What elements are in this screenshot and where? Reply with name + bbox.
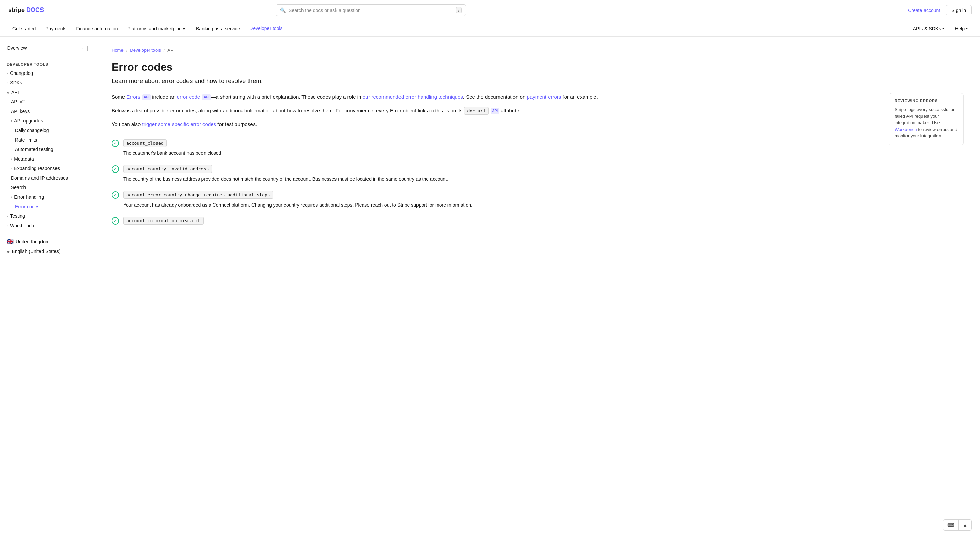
sidebar-country-label: United Kingdom (16, 239, 50, 244)
error-code-badge-account-error-country: account_error_country_change_requires_ad… (123, 191, 273, 199)
sidebar-item-testing[interactable]: › Testing (0, 211, 95, 221)
sidebar-item-api-upgrades[interactable]: › API upgrades (0, 116, 95, 126)
content-main: Some Errors API include an error code AP… (111, 93, 878, 233)
sidebar-overview: Overview ←| (0, 42, 95, 54)
scroll-up-button[interactable]: ▲ (959, 520, 972, 531)
create-account-link[interactable]: Create account (908, 8, 940, 13)
breadcrumb-sep-2: / (164, 48, 165, 53)
sidebar-item-api-label: API (11, 89, 19, 95)
sidebar-item-api-v2[interactable]: API v2 (0, 97, 95, 107)
sidebar-item-metadata-label: Metadata (14, 156, 34, 162)
sidebar-item-api[interactable]: ∨ API (0, 87, 95, 97)
content-area: Some Errors API include an error code AP… (111, 93, 964, 233)
page-subtitle: Learn more about error codes and how to … (111, 78, 964, 85)
logo[interactable]: stripe DOCS (8, 6, 44, 14)
help-dropdown[interactable]: Help ▾ (951, 23, 972, 34)
sidebar-item-automated-testing[interactable]: Automated testing (0, 145, 95, 154)
breadcrumb-current: API (167, 48, 175, 53)
sidebar: Overview ←| DEVELOPER TOOLS › Changelog … (0, 37, 95, 539)
sidebar-item-testing-label: Testing (10, 213, 25, 219)
testing-chevron-icon: › (7, 215, 8, 218)
sidebar-item-sdks-label: SDKs (10, 80, 22, 86)
sidebar-item-metadata[interactable]: › Metadata (0, 154, 95, 164)
sidebar-item-api-keys-label: API keys (11, 108, 30, 114)
sidebar-item-search[interactable]: Search (0, 183, 95, 192)
sidebar-item-api-v2-label: API v2 (11, 99, 25, 105)
nav-item-finance-automation[interactable]: Finance automation (72, 23, 122, 34)
breadcrumb-sep-1: / (126, 48, 127, 53)
nav-item-get-started[interactable]: Get started (8, 23, 40, 34)
handling-techniques-link[interactable]: our recommended error handling technique… (363, 94, 463, 100)
main-content: Home / Developer tools / API Error codes… (95, 37, 980, 539)
doc-url-api-badge: API (491, 108, 499, 114)
sidebar-item-search-label: Search (11, 185, 26, 190)
intro-paragraph-3: You can also trigger some specific error… (111, 120, 878, 128)
error-code-badge-account-info-mismatch: account_information_mismatch (123, 217, 204, 224)
sidebar-collapse-button[interactable]: ←| (81, 45, 88, 51)
sidebar-item-api-upgrades-label: API upgrades (14, 118, 43, 124)
apis-sdks-label: APIs & SDKs (913, 26, 941, 31)
expanding-responses-chevron-icon: › (11, 167, 12, 170)
error-code-link[interactable]: error code API (177, 94, 211, 100)
nav-item-payments[interactable]: Payments (41, 23, 70, 34)
sign-in-button[interactable]: Sign in (946, 5, 972, 15)
intro-paragraph-1: Some Errors API include an error code AP… (111, 93, 878, 101)
workbench-chevron-icon: › (7, 224, 8, 227)
sidebar-item-sdks[interactable]: › SDKs (0, 78, 95, 87)
error-description-account-closed: The customer's bank account has been clo… (111, 150, 878, 157)
sidebar-item-rate-limits[interactable]: Rate limits (0, 135, 95, 145)
sidebar-item-changelog-label: Changelog (10, 70, 33, 76)
sidebar-overview-label[interactable]: Overview (7, 45, 27, 51)
sidebar-item-domains-ip[interactable]: Domains and IP addresses (0, 173, 95, 183)
sidebar-item-api-keys[interactable]: API keys (0, 107, 95, 116)
error-list: ✓ account_closed The customer's bank acc… (111, 139, 878, 224)
nav-item-developer-tools[interactable]: Developer tools (245, 23, 286, 34)
sidebar-item-error-codes-label: Error codes (15, 204, 40, 209)
help-chevron-icon: ▾ (966, 27, 968, 30)
search-bar[interactable]: 🔍 Search the docs or ask a question / (275, 5, 466, 16)
changelog-chevron-icon: › (7, 72, 8, 75)
sidebar-section-title: DEVELOPER TOOLS (0, 60, 95, 68)
intro-paragraph-2: Below is a list of possible error codes,… (111, 107, 878, 114)
sidebar-item-workbench[interactable]: › Workbench (0, 221, 95, 231)
sidebar-item-error-codes[interactable]: Error codes (0, 202, 95, 211)
metadata-chevron-icon: › (11, 157, 12, 161)
search-shortcut-badge: / (456, 7, 462, 13)
check-icon-account-info-mismatch: ✓ (111, 217, 119, 224)
main-nav: Get started Payments Finance automation … (0, 21, 980, 37)
header-right: Create account Sign in (908, 5, 972, 15)
sidebar-item-error-handling[interactable]: › Error handling (0, 192, 95, 202)
payment-errors-link[interactable]: payment errors (527, 94, 561, 100)
sidebar-item-daily-changelog[interactable]: Daily changelog (0, 126, 95, 135)
search-placeholder-text: Search the docs or ask a question (288, 8, 453, 13)
sidebar-divider (0, 233, 95, 234)
errors-link[interactable]: Errors API (126, 94, 151, 100)
scroll-controls: ⌨ ▲ (943, 519, 972, 531)
sidebar-locale-country[interactable]: 🇬🇧 United Kingdom (0, 236, 95, 247)
error-code-row-account-error-country: ✓ account_error_country_change_requires_… (111, 191, 878, 199)
intro-prose: Some Errors API include an error code AP… (111, 93, 878, 128)
sidebar-locale-language[interactable]: ● English (United States) (0, 247, 95, 256)
terminal-button[interactable]: ⌨ (943, 520, 959, 531)
sidebar-item-workbench-label: Workbench (10, 223, 34, 228)
sidebar-item-changelog[interactable]: › Changelog (0, 68, 95, 78)
check-icon-account-country-invalid: ✓ (111, 165, 119, 173)
doc-url-code: doc_url (464, 107, 489, 114)
trigger-error-codes-link[interactable]: trigger some specific error codes (142, 121, 216, 127)
check-icon-account-closed: ✓ (111, 140, 119, 147)
sidebar-item-daily-changelog-label: Daily changelog (15, 127, 49, 133)
logo-docs-text: DOCS (26, 6, 44, 14)
apis-sdks-dropdown[interactable]: APIs & SDKs ▾ (909, 23, 948, 34)
sidebar-item-expanding-responses[interactable]: › Expanding responses (0, 164, 95, 173)
nav-item-banking[interactable]: Banking as a service (192, 23, 244, 34)
nav-item-platforms[interactable]: Platforms and marketplaces (123, 23, 191, 34)
sdks-chevron-icon: › (7, 81, 8, 85)
breadcrumb-home[interactable]: Home (111, 48, 124, 53)
breadcrumb-developer-tools[interactable]: Developer tools (130, 48, 161, 53)
workbench-link[interactable]: Workbench (894, 127, 917, 132)
nav-right: APIs & SDKs ▾ Help ▾ (909, 23, 972, 34)
error-code-row-account-info-mismatch: ✓ account_information_mismatch (111, 217, 878, 224)
help-label: Help (955, 26, 965, 31)
search-icon: 🔍 (280, 8, 286, 13)
api-chevron-icon: ∨ (7, 91, 9, 94)
